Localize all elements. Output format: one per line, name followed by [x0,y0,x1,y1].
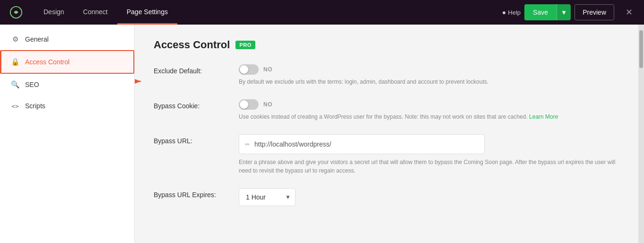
nav-links: Design Connect Page Settings [34,0,502,25]
bypass-url-input[interactable] [254,140,479,148]
sidebar-label-general: General [25,35,49,43]
bypass-cookie-hint: Use cookies instead of creating a WordPr… [239,113,619,121]
sidebar-item-access-control[interactable]: 🔒 Access Control [0,50,134,74]
page-title: Access Control [154,39,230,51]
pro-badge: PRO [235,41,255,49]
sidebar-item-seo[interactable]: 🔍 SEO [0,74,134,95]
expires-select[interactable]: 1 Hour 6 Hours 12 Hours 1 Day 1 Week Nev… [239,188,296,206]
exclude-default-content: NO By default we exclude urls with the t… [239,64,619,86]
body-layout: ⚙ General 🔒 Access Control 🔍 SEO <> Scri… [0,25,644,243]
save-button[interactable]: Save [524,4,557,20]
sidebar-item-general[interactable]: ⚙ General [0,28,134,50]
code-icon: <> [11,103,19,110]
exclude-default-toggle-row: NO [239,64,619,75]
app-logo [8,4,25,21]
help-button[interactable]: ● Help [502,9,521,16]
close-button[interactable]: ✕ [622,5,636,19]
sidebar-item-scripts[interactable]: <> Scripts [0,95,134,116]
save-button-group: Save ▼ [524,4,571,20]
scrollbar-thumb[interactable] [639,30,643,68]
bypass-url-expires-content: 1 Hour 6 Hours 12 Hours 1 Day 1 Week Nev… [239,188,619,206]
top-navigation: Design Connect Page Settings ● Help Save… [0,0,644,25]
bypass-url-label: Bypass URL: [154,134,229,145]
bypass-url-content: ⎓ Enter a phrase above and give your vis… [239,134,619,175]
bypass-cookie-label: Bypass Cookie: [154,99,229,110]
sidebar-label-scripts: Scripts [25,102,45,110]
main-content: Access Control PRO Exclude Default: NO B… [135,25,638,243]
help-label: Help [508,9,521,16]
top-nav-actions: ● Help Save ▼ Preview ✕ [502,4,636,20]
sidebar-label-seo: SEO [25,81,39,88]
expires-select-wrapper: 1 Hour 6 Hours 12 Hours 1 Day 1 Week Nev… [239,188,296,206]
save-dropdown-button[interactable]: ▼ [557,4,571,20]
learn-more-link[interactable]: Learn More [529,113,558,120]
bypass-url-expires-row: Bypass URL Expires: 1 Hour 6 Hours 12 Ho… [154,188,619,206]
exclude-default-state: NO [263,66,272,73]
exclude-default-hint: By default we exclude urls with the term… [239,78,619,86]
search-icon: 🔍 [11,80,19,89]
arrow-annotation [135,74,147,88]
bypass-cookie-content: NO Use cookies instead of creating a Wor… [239,99,619,121]
url-input-wrapper: ⎓ [239,134,485,154]
exclude-default-label: Exclude Default: [154,64,229,75]
nav-design[interactable]: Design [34,0,74,25]
sidebar-label-access-control: Access Control [25,58,70,66]
page-title-row: Access Control PRO [154,39,619,51]
exclude-default-toggle[interactable] [239,64,259,75]
bypass-cookie-state: NO [263,101,272,108]
copy-icon[interactable]: ⎓ [245,140,250,148]
gear-icon: ⚙ [11,35,19,43]
bypass-cookie-toggle[interactable] [239,99,259,110]
bypass-cookie-row: Bypass Cookie: NO Use cookies instead of… [154,99,619,121]
bypass-url-hint: Enter a phrase above and give your visit… [239,158,619,175]
nav-page-settings[interactable]: Page Settings [117,0,177,25]
sidebar: ⚙ General 🔒 Access Control 🔍 SEO <> Scri… [0,25,135,243]
bypass-cookie-toggle-row: NO [239,99,619,110]
nav-connect[interactable]: Connect [74,0,117,25]
lock-icon: 🔒 [11,58,19,66]
preview-button[interactable]: Preview [574,4,614,20]
exclude-default-row: Exclude Default: NO By default we exclud… [154,64,619,86]
bypass-url-expires-label: Bypass URL Expires: [154,188,229,199]
bypass-url-row: Bypass URL: ⎓ Enter a phrase above and g… [154,134,619,175]
scrollbar[interactable] [638,25,644,243]
